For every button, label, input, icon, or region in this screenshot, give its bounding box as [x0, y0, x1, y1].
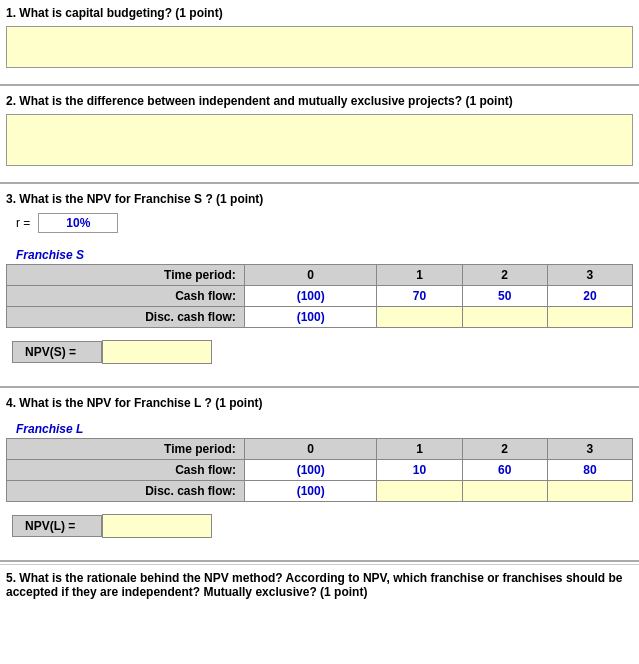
tp-s-0: 0: [244, 265, 377, 286]
dcf-s-0: (100): [244, 307, 377, 328]
rate-row: r = 10%: [10, 210, 639, 236]
cf-s-3: 20: [547, 286, 632, 307]
rate-label: r =: [16, 216, 30, 230]
dcf-s-1[interactable]: [377, 307, 462, 328]
disc-cashflow-label-l: Disc. cash flow:: [7, 481, 245, 502]
tp-l-1: 1: [377, 439, 462, 460]
npv-l-input[interactable]: [102, 514, 212, 538]
answer-box-1[interactable]: [6, 26, 633, 68]
tp-s-1: 1: [377, 265, 462, 286]
npv-l-row: NPV(L) =: [6, 510, 639, 542]
tp-l-2: 2: [462, 439, 547, 460]
tp-l-3: 3: [547, 439, 632, 460]
dcf-l-2[interactable]: [462, 481, 547, 502]
cf-s-0: (100): [244, 286, 377, 307]
franchise-s-table: Time period: 0 1 2 3 Cash flow: (100) 70…: [6, 264, 633, 328]
npv-l-label: NPV(L) =: [12, 515, 102, 537]
tp-s-3: 3: [547, 265, 632, 286]
cf-l-1: 10: [377, 460, 462, 481]
question-5: 5. What is the rationale behind the NPV …: [0, 564, 639, 603]
question-4: 4. What is the NPV for Franchise L ? (1 …: [0, 390, 639, 414]
time-period-label-s: Time period:: [7, 265, 245, 286]
cf-s-1: 70: [377, 286, 462, 307]
dcf-s-2[interactable]: [462, 307, 547, 328]
disc-cashflow-label-s: Disc. cash flow:: [7, 307, 245, 328]
tp-l-0: 0: [244, 439, 377, 460]
tp-s-2: 2: [462, 265, 547, 286]
answer-box-2[interactable]: [6, 114, 633, 166]
dcf-l-3[interactable]: [547, 481, 632, 502]
franchise-l-table: Time period: 0 1 2 3 Cash flow: (100) 10…: [6, 438, 633, 502]
franchise-l-label: Franchise L: [0, 418, 639, 438]
cashflow-label-s: Cash flow:: [7, 286, 245, 307]
cf-l-3: 80: [547, 460, 632, 481]
dcf-s-3[interactable]: [547, 307, 632, 328]
cf-l-0: (100): [244, 460, 377, 481]
npv-s-input[interactable]: [102, 340, 212, 364]
cf-s-2: 50: [462, 286, 547, 307]
question-3: 3. What is the NPV for Franchise S ? (1 …: [0, 186, 639, 210]
question-1: 1. What is capital budgeting? (1 point): [0, 0, 639, 24]
dcf-l-0: (100): [244, 481, 377, 502]
cashflow-label-l: Cash flow:: [7, 460, 245, 481]
time-period-label-l: Time period:: [7, 439, 245, 460]
npv-s-label: NPV(S) =: [12, 341, 102, 363]
cf-l-2: 60: [462, 460, 547, 481]
franchise-s-label: Franchise S: [0, 244, 639, 264]
rate-value: 10%: [38, 213, 118, 233]
npv-s-row: NPV(S) =: [6, 336, 639, 368]
dcf-l-1[interactable]: [377, 481, 462, 502]
question-2: 2. What is the difference between indepe…: [0, 88, 639, 112]
